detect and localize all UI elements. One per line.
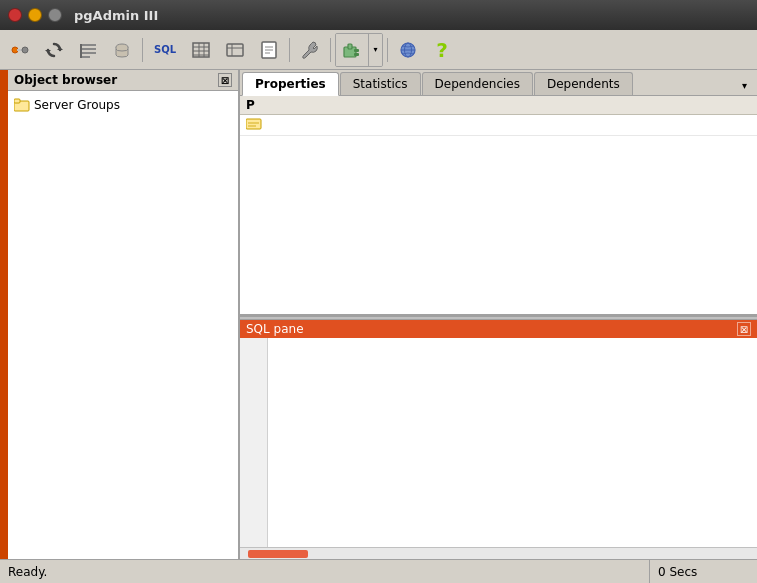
svg-rect-33 [246,119,261,129]
tabs-bar: Properties Statistics Dependencies Depen… [240,70,757,96]
plugin-button[interactable] [336,34,368,66]
view-button[interactable] [219,34,251,66]
sql-editor-area[interactable] [240,338,757,547]
close-button[interactable] [8,8,22,22]
right-panel: Properties Statistics Dependencies Depen… [240,70,757,559]
tree-area[interactable]: Server Groups [0,91,238,559]
left-strip [0,70,8,559]
svg-rect-25 [348,44,352,49]
panel-close-button[interactable]: ⊠ [218,73,232,87]
plugin-dropdown-arrow[interactable]: ▾ [368,34,382,66]
help-button[interactable]: ? [426,34,458,66]
svg-rect-5 [80,44,96,46]
minimize-button[interactable] [28,8,42,22]
svg-rect-32 [14,99,20,103]
sql-button[interactable]: SQL [147,34,183,66]
left-panel: Object browser ⊠ Server Groups [0,70,240,559]
separator-1 [142,38,143,62]
vacuum-button[interactable] [106,34,138,66]
sql-content[interactable] [268,338,757,547]
svg-rect-17 [227,44,243,56]
server-groups-icon [14,97,30,113]
toolbar: SQL [0,30,757,70]
sql-pane-close-button[interactable]: ⊠ [737,322,751,336]
properties-column-header: P [246,98,751,112]
separator-4 [387,38,388,62]
refresh-button[interactable] [38,34,70,66]
tree-item-server-groups[interactable]: Server Groups [0,95,238,115]
titlebar: pgAdmin III [0,0,757,30]
view-data-button[interactable] [72,34,104,66]
tab-statistics[interactable]: Statistics [340,72,421,95]
sql-pane-header: SQL pane ⊠ [240,320,757,338]
sql-pane: SQL pane ⊠ [240,320,757,559]
secs-value: 0 Secs [658,565,697,579]
object-browser-header: Object browser ⊠ [0,70,238,91]
svg-rect-27 [354,53,359,56]
server-groups-label: Server Groups [34,98,120,112]
svg-rect-7 [80,52,96,54]
separator-2 [289,38,290,62]
tab-dependents[interactable]: Dependents [534,72,633,95]
report-button[interactable] [253,34,285,66]
main-area: Object browser ⊠ Server Groups Propertie… [0,70,757,559]
property-row-icon [246,117,262,133]
properties-header: P [240,96,757,115]
tabs-dropdown-arrow[interactable]: ▾ [736,76,753,95]
svg-rect-6 [80,48,96,50]
globe-button[interactable] [392,34,424,66]
table-button[interactable] [185,34,217,66]
property-row-1[interactable] [240,115,757,136]
object-browser-title: Object browser [14,73,117,87]
tab-dependencies[interactable]: Dependencies [422,72,533,95]
connect-button[interactable] [4,34,36,66]
status-secs: 0 Secs [649,560,749,583]
status-text: Ready. [8,565,649,579]
svg-marker-3 [57,47,63,50]
svg-rect-9 [80,44,82,58]
tools-button[interactable] [294,34,326,66]
svg-point-2 [22,47,28,53]
svg-marker-4 [45,50,51,53]
plugin-button-group[interactable]: ▾ [335,33,383,67]
maximize-button[interactable] [48,8,62,22]
sql-pane-label: SQL pane [246,322,304,336]
line-numbers [240,338,268,547]
separator-3 [330,38,331,62]
sql-scrollbar-thumb[interactable] [248,550,308,558]
sql-horizontal-scrollbar[interactable] [240,547,757,559]
tab-properties[interactable]: Properties [242,72,339,96]
app-title: pgAdmin III [74,8,158,23]
svg-rect-26 [354,49,359,52]
properties-area: P [240,96,757,316]
statusbar: Ready. 0 Secs [0,559,757,583]
